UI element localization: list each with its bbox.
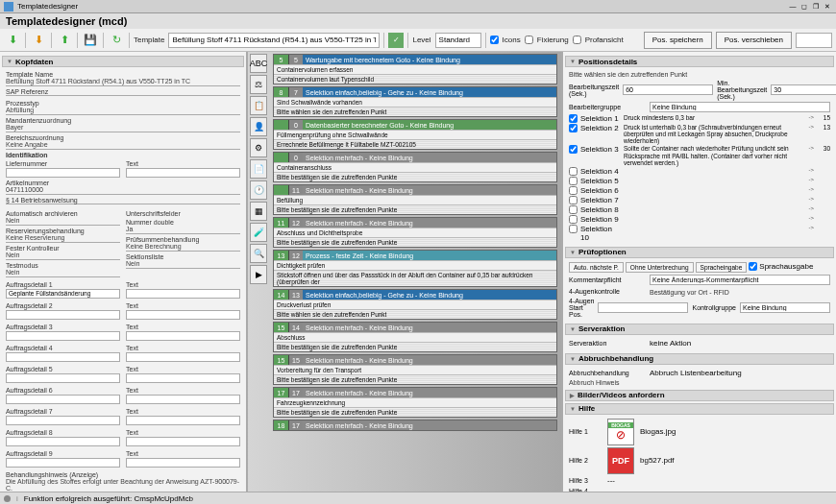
- auftrag-text-input-9[interactable]: [126, 458, 240, 468]
- ohne-unterbrechung-button[interactable]: Ohne Unterbrechung: [626, 262, 694, 273]
- bilder-header[interactable]: Bilder/Videos anfordern: [565, 390, 834, 401]
- kommentar-input[interactable]: [650, 275, 830, 285]
- selektion-checkbox-10[interactable]: [569, 225, 578, 233]
- fixierung-checkbox[interactable]: [525, 36, 533, 44]
- fester-value[interactable]: Nein: [6, 252, 120, 260]
- serveraktion-value[interactable]: keine Aktion: [650, 339, 691, 348]
- sektion-value[interactable]: Nein: [126, 260, 240, 269]
- selektion-text[interactable]: Druck ist unterhalb 0,3 bar (Schraubverb…: [624, 124, 805, 144]
- auftrag-text-input-3[interactable]: [126, 331, 240, 341]
- abbruch-header[interactable]: Abbruchbehandlung: [565, 353, 834, 365]
- process-block-4[interactable]: 11Selektion mehrfach - Keine BindungBefü…: [273, 184, 557, 215]
- auto-next-button[interactable]: Auto. nächste P.: [569, 262, 624, 273]
- palette-settings-icon[interactable]: ⚙: [250, 138, 267, 157]
- auftrag-input-3[interactable]: [6, 331, 120, 341]
- mandanten-value[interactable]: Bayer: [6, 124, 240, 132]
- hilfe-header[interactable]: Hilfe: [565, 403, 834, 415]
- process-block-10[interactable]: 1717Selektion mehrfach - Keine BindungFa…: [273, 387, 557, 418]
- save-icon[interactable]: 💾: [82, 32, 99, 49]
- reserv-value[interactable]: Keine Reservierung: [6, 234, 120, 243]
- prozesstyp-value[interactable]: Abfüllung: [6, 107, 240, 115]
- auftrag-input-8[interactable]: [6, 437, 120, 446]
- selektion-text[interactable]: Druck mindestens 0,3 bar: [624, 114, 805, 121]
- palette-form-icon[interactable]: 📋: [250, 96, 267, 115]
- auftrag-text-input-1[interactable]: [126, 289, 240, 299]
- selektion-value[interactable]: 15: [817, 114, 830, 121]
- process-block-11[interactable]: 1817Selektion mehrfach - Keine Bindung: [273, 420, 557, 431]
- pdf-thumbnail[interactable]: PDF: [607, 447, 634, 474]
- move-position-button[interactable]: Pos. verschieben: [716, 32, 792, 49]
- selektion-checkbox-7[interactable]: [569, 196, 578, 204]
- confirm-icon[interactable]: ✓: [388, 33, 404, 48]
- serveraktion-header[interactable]: Serveraktion: [565, 324, 834, 335]
- restore-icon[interactable]: ❐: [811, 2, 821, 12]
- palette-scale-icon[interactable]: ⚖: [250, 75, 267, 94]
- selektion-value[interactable]: 13: [817, 124, 830, 131]
- icons-checkbox[interactable]: [490, 36, 499, 44]
- auftrag-input-1[interactable]: Geplante Füllstandsänderung: [6, 289, 120, 299]
- auftrag-input-4[interactable]: [6, 352, 120, 362]
- refresh-icon[interactable]: ↻: [108, 32, 125, 49]
- palette-clock-icon[interactable]: 🕐: [250, 180, 267, 200]
- selektion-checkbox-9[interactable]: [569, 215, 578, 224]
- process-block-6[interactable]: 1312Prozess - feste Zeit - Keine Bindung…: [273, 250, 557, 287]
- process-block-3[interactable]: 0Selektion mehrfach - Keine BindungConta…: [273, 152, 557, 182]
- hilfe-row-2[interactable]: Hilfe 2 PDF bg527.pdf: [569, 447, 830, 474]
- upload-icon[interactable]: ⬆: [56, 32, 73, 49]
- testmodus-value[interactable]: Nein: [6, 269, 120, 277]
- artikelnummer-value[interactable]: 0471110000: [6, 186, 240, 195]
- selektion-checkbox-3[interactable]: [569, 145, 578, 154]
- save-position-button[interactable]: Pos. speichern: [644, 32, 712, 49]
- auftrag-text-input-6[interactable]: [126, 395, 240, 404]
- auftrag-text-input-7[interactable]: [126, 416, 240, 425]
- selektion-checkbox-2[interactable]: [569, 124, 578, 132]
- auftrag-input-5[interactable]: [6, 373, 120, 383]
- kopfdaten-header[interactable]: Kopfdaten: [2, 56, 244, 67]
- pruef-value[interactable]: Keine Berechnung: [126, 243, 240, 252]
- auftrag-input-2[interactable]: [6, 310, 120, 320]
- selektion-text[interactable]: Sollte der Container nach wiederholter P…: [624, 145, 805, 165]
- position-input[interactable]: [796, 33, 832, 48]
- prufoptionen-header[interactable]: Prüfoptionen: [565, 247, 834, 258]
- selektion-checkbox-4[interactable]: [569, 167, 578, 176]
- process-block-1[interactable]: 87Selektion einfach,beliebig - Gehe zu -…: [273, 86, 557, 117]
- level-select[interactable]: [435, 33, 481, 48]
- abbruchbehandlung-value[interactable]: Abbruch Listenbearbeitung: [650, 369, 742, 377]
- auftrag-text-input-5[interactable]: [126, 373, 240, 383]
- palette-text-icon[interactable]: ABC: [250, 54, 267, 73]
- template-input[interactable]: [168, 33, 380, 48]
- selektion-checkbox-1[interactable]: [569, 114, 578, 123]
- spracheingabe-button[interactable]: Spracheingabe: [696, 262, 748, 273]
- minimize-icon[interactable]: —: [788, 2, 798, 12]
- auftrag-input-6[interactable]: [6, 395, 120, 404]
- text-input-1[interactable]: [126, 168, 240, 178]
- process-block-8[interactable]: 1514Selektion mehrfach - Keine BindungAb…: [273, 322, 557, 352]
- auftrag-text-input-4[interactable]: [126, 352, 240, 362]
- min-bearbeitungszeit-input[interactable]: [771, 84, 836, 95]
- arch-value[interactable]: Nein: [6, 217, 120, 226]
- download-orange-icon[interactable]: ⬇: [30, 32, 47, 49]
- auftrag-text-input-2[interactable]: [126, 310, 240, 320]
- close-icon[interactable]: ✕: [823, 2, 832, 12]
- process-block-0[interactable]: 55Wartungabe mit berechnetem Goto - Kein…: [273, 54, 557, 84]
- palette-doc-icon[interactable]: 📄: [250, 159, 267, 179]
- palette-fill-icon[interactable]: 🧪: [250, 223, 267, 242]
- download-green-icon[interactable]: ⬇: [4, 32, 21, 49]
- bearbeitungszeit-input[interactable]: [623, 84, 713, 95]
- biogas-thumbnail[interactable]: BIOGAS⊘: [607, 419, 634, 445]
- palette-search-icon[interactable]: 🔍: [250, 244, 267, 263]
- auftrag-input-9[interactable]: [6, 458, 120, 468]
- process-block-7[interactable]: 1413Selektion einfach,beliebig - Gehe zu…: [273, 289, 557, 320]
- process-block-5[interactable]: 1112Selektion mehrfach - Keine BindungAb…: [273, 217, 557, 248]
- nummer-value[interactable]: Ja: [126, 226, 240, 234]
- process-block-9[interactable]: 1515Selektion mehrfach - Keine BindungVo…: [273, 354, 557, 385]
- augen-start-input[interactable]: [598, 302, 688, 313]
- selektion-checkbox-8[interactable]: [569, 205, 578, 214]
- sprachausgabe-checkbox[interactable]: [749, 262, 757, 271]
- kontrollgruppe-input[interactable]: [740, 302, 830, 313]
- selektion-checkbox-6[interactable]: [569, 186, 578, 195]
- palette-user-icon[interactable]: 👤: [250, 117, 267, 136]
- selektion-checkbox-5[interactable]: [569, 177, 578, 185]
- auftrag-input-7[interactable]: [6, 416, 120, 425]
- maximize-icon[interactable]: ◻: [799, 2, 809, 12]
